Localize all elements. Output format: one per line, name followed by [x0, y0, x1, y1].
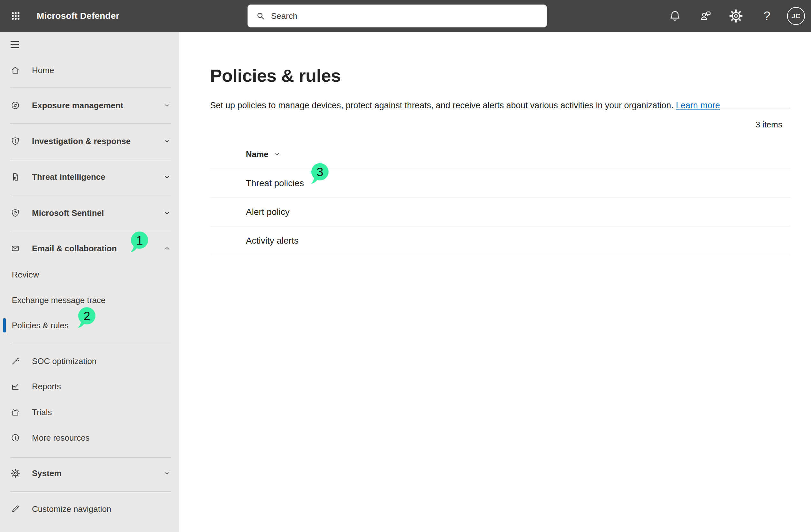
sidebar-item-review[interactable]: Review: [0, 267, 179, 282]
chevron-down-icon: [163, 469, 171, 478]
sidebar-item-trials[interactable]: Trials: [0, 403, 179, 421]
sidebar-item-label: Policies & rules: [12, 321, 68, 331]
policies-table: Threat policies Alert policy Activity al…: [210, 169, 791, 255]
question-mark-icon: ?: [763, 10, 770, 22]
chevron-down-icon: [163, 209, 171, 217]
row-label: Threat policies: [246, 178, 304, 188]
sidebar-item-more-resources[interactable]: More resources: [0, 429, 179, 447]
gear-icon: [729, 9, 743, 23]
sidebar-item-home[interactable]: Home: [0, 61, 179, 79]
sidebar-divider: [11, 344, 171, 344]
column-header-label: Name: [246, 150, 269, 159]
sidebar-item-label: Reports: [32, 382, 61, 392]
sidebar-divider: [11, 195, 171, 195]
table-row-alert-policy[interactable]: Alert policy: [210, 198, 791, 226]
info-icon: [11, 433, 20, 443]
notifications-button[interactable]: [663, 4, 687, 28]
avatar-initials: JC: [792, 12, 800, 20]
sidebar-item-microsoft-sentinel[interactable]: Microsoft Sentinel: [0, 204, 179, 222]
sidebar-divider: [11, 159, 171, 159]
pencil-icon: [11, 504, 20, 514]
sidebar-item-system[interactable]: System: [0, 464, 179, 482]
sort-chevron-icon: [273, 150, 281, 158]
sidebar-divider: [11, 231, 171, 231]
top-app-bar: Microsoft Defender: [0, 0, 811, 32]
sidebar-item-label: Exchange message trace: [12, 295, 105, 305]
left-navigation: Home Exposure management: [0, 32, 179, 532]
microsoft-defender-portal: Microsoft Defender: [0, 0, 811, 532]
sidebar-item-policies-rules[interactable]: Policies & rules: [0, 318, 179, 333]
sidebar-item-label: System: [32, 469, 62, 478]
sidebar-divider: [11, 123, 171, 124]
search-icon: [256, 11, 265, 21]
app-launcher-button[interactable]: [4, 4, 27, 28]
sidebar-item-email-collaboration[interactable]: Email & collaboration: [0, 240, 179, 257]
app-title: Microsoft Defender: [37, 0, 119, 32]
row-label: Alert policy: [246, 207, 290, 217]
sidebar-item-label: Home: [32, 65, 54, 75]
main-content: Policies & rules Set up policies to mana…: [179, 32, 811, 532]
sidebar-item-label: More resources: [32, 433, 90, 443]
section-divider: [210, 109, 791, 109]
gear-icon: [11, 469, 20, 478]
person-chat-icon: [699, 10, 712, 22]
envelope-icon: [11, 244, 20, 253]
table-row-activity-alerts[interactable]: Activity alerts: [210, 226, 791, 255]
table-row-threat-policies[interactable]: Threat policies: [210, 169, 791, 198]
chevron-down-icon: [163, 101, 171, 110]
sidebar-item-investigation-response[interactable]: Investigation & response: [0, 132, 179, 150]
sidebar-divider: [11, 491, 171, 492]
sidebar-item-threat-intelligence[interactable]: Threat intelligence: [0, 168, 179, 186]
shield-spiral-icon: [11, 208, 20, 218]
sidebar-item-label: Trials: [32, 408, 52, 417]
sidebar-item-label: Threat intelligence: [32, 172, 105, 182]
collapse-navigation-button[interactable]: [11, 37, 30, 52]
page-description: Set up policies to manage devices, prote…: [210, 101, 791, 110]
table-column-header-name[interactable]: Name: [246, 146, 281, 162]
help-button[interactable]: ?: [755, 4, 778, 28]
items-count: 3 items: [210, 118, 791, 132]
sidebar-item-label: Review: [12, 270, 39, 280]
account-avatar[interactable]: JC: [787, 7, 805, 25]
line-chart-icon: [11, 382, 20, 391]
search-input[interactable]: [271, 11, 540, 21]
unbox-sparkles-icon: [11, 408, 20, 417]
brain-document-icon: [11, 172, 20, 182]
settings-button[interactable]: [724, 4, 748, 28]
sidebar-item-label: Microsoft Sentinel: [32, 208, 104, 218]
sidebar-item-label: Exposure management: [32, 101, 123, 110]
row-label: Activity alerts: [246, 235, 299, 246]
bell-icon: [669, 10, 682, 22]
sidebar-item-customize-navigation[interactable]: Customize navigation: [0, 500, 179, 518]
sidebar-item-label: SOC optimization: [32, 356, 96, 366]
compass-icon: [11, 101, 20, 110]
magic-wand-icon: [11, 356, 20, 366]
sidebar-divider: [11, 88, 171, 88]
chevron-up-icon: [163, 244, 171, 253]
feedback-button[interactable]: [694, 4, 717, 28]
sidebar-item-label: Customize navigation: [32, 504, 111, 514]
chevron-down-icon: [163, 172, 171, 181]
sidebar-item-label: Email & collaboration: [32, 244, 117, 254]
sidebar-item-exposure-management[interactable]: Exposure management: [0, 96, 179, 114]
waffle-icon: [12, 12, 20, 20]
global-search: [247, 4, 547, 28]
sidebar-divider: [11, 457, 171, 458]
sidebar-item-exchange-message-trace[interactable]: Exchange message trace: [0, 292, 179, 308]
sidebar-item-reports[interactable]: Reports: [0, 378, 179, 395]
page-title: Policies & rules: [210, 65, 341, 86]
home-icon: [11, 65, 20, 75]
sidebar-item-soc-optimization[interactable]: SOC optimization: [0, 352, 179, 370]
shield-alert-icon: [11, 136, 20, 146]
sidebar-item-label: Investigation & response: [32, 136, 131, 146]
chevron-down-icon: [163, 137, 171, 146]
